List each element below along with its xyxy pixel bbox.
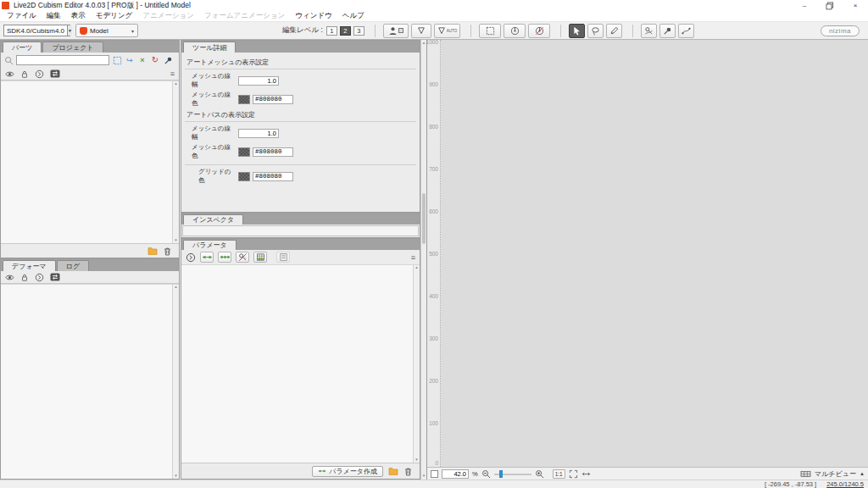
- deformer-scrollbar[interactable]: ▲ ▼: [172, 285, 179, 479]
- search-icon: [4, 56, 14, 65]
- parameter-list-button[interactable]: [276, 252, 290, 263]
- rotation-deformer-button[interactable]: [504, 24, 526, 38]
- workspace-mode-select[interactable]: Model ▾: [75, 24, 138, 37]
- zoom-out-icon[interactable]: [481, 469, 491, 479]
- artmesh-color-swatch[interactable]: [238, 95, 250, 104]
- edit-level-2-button[interactable]: 2: [340, 26, 351, 36]
- warp-deformer-button[interactable]: [479, 24, 501, 38]
- new-folder-icon[interactable]: [388, 466, 398, 476]
- artpath-line-width-input[interactable]: [238, 129, 279, 138]
- tab-log[interactable]: ログ: [57, 260, 89, 271]
- parts-search-input[interactable]: [16, 55, 109, 65]
- model-display-button[interactable]: [383, 24, 409, 38]
- multiview-toggle[interactable]: マルチビュー ▲: [800, 469, 865, 479]
- scroll-down-icon[interactable]: ▼: [174, 474, 177, 479]
- zoom-slider[interactable]: [494, 470, 531, 478]
- menu-help[interactable]: ヘルプ: [337, 11, 370, 21]
- lock-icon[interactable]: [20, 69, 29, 79]
- parameter-table-button[interactable]: [253, 252, 267, 263]
- scroll-up-icon[interactable]: ▲: [174, 285, 177, 290]
- rotation-deformer-off-icon: [535, 26, 544, 36]
- menu-window[interactable]: ウィンドウ: [290, 11, 337, 21]
- scrollbar-thumb[interactable]: [422, 193, 426, 244]
- lasso-tool-button[interactable]: [587, 24, 604, 38]
- artmesh-color-input[interactable]: [253, 95, 293, 104]
- reset-rotate-icon[interactable]: ↻: [150, 55, 160, 65]
- canvas-color-swatch[interactable]: [431, 470, 438, 478]
- nizima-badge[interactable]: nizima: [821, 25, 860, 36]
- restore-button[interactable]: [817, 0, 843, 11]
- create-warp-deformer-icon[interactable]: [112, 55, 122, 65]
- parameter-scrollbar[interactable]: ▲ ▼: [413, 265, 420, 463]
- hamburger-menu-icon[interactable]: ≡: [411, 253, 415, 262]
- menu-view[interactable]: 表示: [66, 11, 91, 21]
- edit-level-1-button[interactable]: 1: [326, 26, 337, 36]
- pin-tool-button[interactable]: [659, 24, 676, 38]
- parts-list[interactable]: ▲ ▼: [1, 80, 179, 243]
- fit-view-icon[interactable]: [569, 469, 578, 479]
- expand-play-icon[interactable]: [35, 69, 44, 79]
- deformer-icon-row: [1, 271, 179, 284]
- artpath-color-input[interactable]: [253, 147, 293, 157]
- zoom-slider-thumb[interactable]: [499, 470, 503, 478]
- scroll-up-icon[interactable]: ▲: [174, 81, 177, 86]
- arrow-tool-button[interactable]: [569, 24, 585, 38]
- two-key-slider-button[interactable]: [200, 252, 214, 263]
- glue-tool-button[interactable]: [641, 24, 657, 38]
- menu-file[interactable]: ファイル: [2, 11, 42, 21]
- tab-deformer[interactable]: デフォーマ: [3, 260, 56, 271]
- scroll-up-icon[interactable]: ▲: [415, 265, 418, 270]
- canvas-viewport[interactable]: 1000 900 800 700 600 500 400 300 200 100…: [427, 40, 868, 480]
- tab-parameter[interactable]: パラメータ: [183, 240, 236, 250]
- deformer-list[interactable]: ▲ ▼: [1, 284, 179, 479]
- swap-view-icon[interactable]: [50, 272, 60, 282]
- actual-size-button[interactable]: 1:1: [553, 469, 565, 479]
- deformer-visibility-button[interactable]: [528, 24, 550, 38]
- artpath-color-swatch[interactable]: [238, 147, 250, 157]
- magnet-pin-icon[interactable]: [163, 55, 173, 65]
- tab-parts[interactable]: パーツ: [3, 42, 42, 53]
- memory-usage-link[interactable]: 245.0/1240.5: [826, 480, 864, 488]
- parts-scrollbar[interactable]: ▲ ▼: [172, 81, 179, 243]
- hamburger-menu-icon[interactable]: ≡: [170, 69, 175, 78]
- tab-project[interactable]: プロジェクト: [42, 42, 103, 53]
- expand-play-icon[interactable]: [35, 273, 44, 282]
- trash-icon[interactable]: [403, 467, 413, 476]
- brush-tool-button[interactable]: [606, 24, 622, 38]
- edit-level-3-button[interactable]: 3: [353, 26, 364, 36]
- tab-inspector[interactable]: インスペクタ: [183, 214, 243, 225]
- key-disable-button[interactable]: [236, 252, 249, 263]
- trash-icon[interactable]: [163, 247, 172, 256]
- minimize-button[interactable]: –: [792, 0, 817, 11]
- parameter-list[interactable]: ▲ ▼: [181, 264, 420, 463]
- three-key-slider-button[interactable]: [218, 252, 231, 263]
- cursor-arrow-icon: [572, 26, 581, 36]
- create-curve-icon[interactable]: ↪: [125, 55, 135, 65]
- new-folder-icon[interactable]: [147, 246, 158, 256]
- green-cross-icon[interactable]: ×: [137, 55, 147, 65]
- visibility-eye-icon[interactable]: [5, 273, 14, 282]
- close-button[interactable]: ×: [843, 0, 868, 11]
- fit-width-icon[interactable]: [581, 469, 591, 479]
- sdk-version-select[interactable]: SDK4.0/Cubism4.0 ▼: [3, 25, 70, 36]
- artpath-tool-button[interactable]: [678, 24, 694, 38]
- swap-view-icon[interactable]: [50, 69, 60, 79]
- zoom-percent-input[interactable]: [442, 469, 469, 479]
- scroll-down-icon[interactable]: ▼: [421, 474, 426, 479]
- scroll-down-icon[interactable]: ▼: [415, 458, 418, 463]
- grid-color-input[interactable]: [253, 172, 293, 181]
- center-column-scrollbar[interactable]: ▲ ▼: [420, 40, 427, 480]
- arrow-snap-tool-button[interactable]: [411, 24, 431, 38]
- menu-edit[interactable]: 編集: [42, 11, 66, 21]
- create-parameter-button[interactable]: パラメータ作成: [312, 466, 383, 477]
- lock-icon[interactable]: [20, 273, 29, 282]
- arrow-auto-tool-button[interactable]: AUTO: [434, 24, 460, 38]
- grid-color-swatch[interactable]: [238, 172, 250, 181]
- visibility-eye-icon[interactable]: [5, 69, 14, 79]
- expand-play-icon[interactable]: [186, 252, 196, 263]
- zoom-in-icon[interactable]: [535, 469, 544, 479]
- tab-tool-detail[interactable]: ツール詳細: [183, 42, 236, 53]
- artmesh-line-width-input[interactable]: [238, 76, 279, 86]
- scroll-down-icon[interactable]: ▼: [174, 238, 177, 243]
- menu-modeling[interactable]: モデリング: [91, 11, 138, 21]
